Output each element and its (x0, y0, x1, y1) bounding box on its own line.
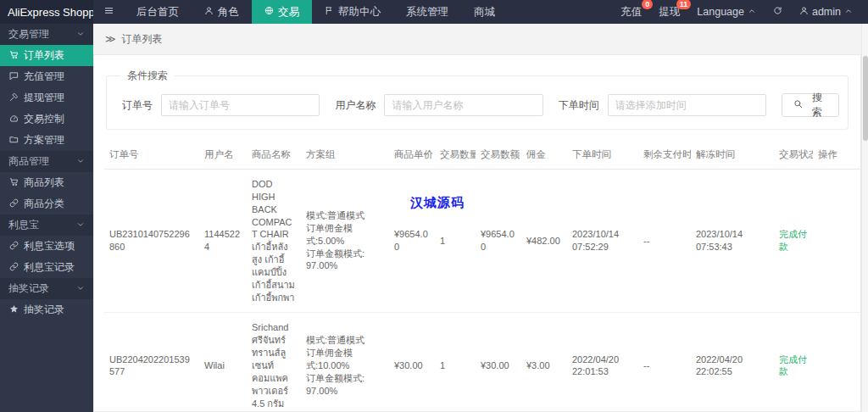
breadcrumb-label: 订单列表 (122, 32, 163, 47)
sidebar-item-label: 利息宝记录 (24, 260, 75, 275)
nav-item-5[interactable]: 商城 (461, 0, 508, 24)
app-logo[interactable]: AliExpress Shopping... (0, 0, 93, 24)
link-icon (9, 262, 19, 274)
refresh-icon (773, 6, 782, 18)
scheme-line: 订单佣金模式:10.00% (306, 347, 384, 372)
sidebar-item-1-1[interactable]: 商品分类 (0, 193, 93, 214)
main-content: ≫ 订单列表 条件搜索 订单号 用户名称 下单时间 搜索 订单号用户名商品名称方… (93, 24, 861, 412)
chevron-up-icon (748, 6, 756, 18)
sidebar-item-3-0[interactable]: 抽奖记录 (0, 299, 93, 320)
nav-item-label: 角色 (218, 5, 239, 19)
nav-item-label: 商城 (474, 5, 495, 19)
sidebar: 交易管理订单列表充值管理提现管理交易控制方案管理商品管理商品列表商品分类利息宝利… (0, 24, 93, 412)
sidebar-item-2-1[interactable]: 利息宝记录 (0, 257, 93, 278)
col-username: 用户名 (199, 142, 247, 170)
cell-order-no: UB2310140752296860 (104, 170, 199, 313)
nav-item-2[interactable]: 交易 (252, 0, 312, 24)
cell-order-time: 2023/10/14 07:52:29 (567, 170, 638, 313)
cell-commission: ¥482.00 (521, 170, 567, 313)
scheme-line: 订单金额模式: 97.00% (306, 248, 384, 273)
sidebar-item-label: 抽奖记录 (24, 303, 64, 317)
cell-unit-price: ¥9654.00 (389, 170, 435, 313)
admin-dropdown[interactable]: admin (799, 6, 853, 18)
cell-order-time: 2022/04/20 22:01:53 (567, 313, 638, 412)
sidebar-item-label: 充值管理 (24, 70, 64, 84)
link-icon (9, 241, 19, 253)
order-no-input[interactable] (161, 94, 320, 116)
orders-table: 订单号用户名商品名称方案组商品单价交易数量交易数额佣金下单时间剩余支付时间解冻时… (104, 142, 860, 412)
col-commission: 佣金 (521, 142, 567, 170)
sidebar-toggle-button[interactable] (93, 0, 124, 24)
username-label: 用户名称 (335, 98, 376, 113)
cell-action (813, 313, 860, 412)
breadcrumb: ≫ 订单列表 (93, 24, 861, 54)
search-button-label: 搜索 (807, 91, 827, 120)
sidebar-item-1-0[interactable]: 商品列表 (0, 172, 93, 193)
comment-icon (9, 71, 19, 83)
sidebar-item-label: 商品分类 (24, 197, 64, 211)
cell-product: Srichand ศรีจันทร์ ทรานส์ลูเซนท์ คอมแพค … (247, 313, 301, 412)
globe-icon (264, 6, 274, 18)
folder-icon (9, 135, 19, 147)
cell-status: 完成付款 (774, 313, 813, 412)
scrollbar-thumb[interactable] (863, 56, 868, 141)
username-input[interactable] (384, 94, 542, 116)
vertical-scrollbar (861, 24, 868, 412)
topbar: AliExpress Shopping... 后台首页角色交易帮助中心系统管理商… (0, 0, 868, 24)
language-dropdown[interactable]: Language (697, 6, 756, 18)
order-time-input[interactable] (608, 94, 766, 116)
sidebar-item-0-1[interactable]: 充值管理 (0, 66, 93, 87)
chevron-up-icon (844, 6, 853, 18)
chevron-down-icon (76, 283, 85, 295)
cell-unit-price: ¥30.00 (389, 313, 435, 412)
sidebar-item-label: 商品列表 (24, 175, 64, 190)
search-row: 订单号 用户名称 下单时间 搜索 (115, 93, 839, 117)
sidebar-item-0-0[interactable]: 订单列表 (0, 45, 93, 66)
search-button[interactable]: 搜索 (782, 93, 839, 117)
search-icon (793, 99, 803, 111)
nav-item-3[interactable]: 帮助中心 (312, 0, 393, 24)
nav-item-0[interactable]: 后台首页 (124, 0, 192, 24)
cell-unfreeze: 2023/10/14 07:53:43 (691, 170, 774, 313)
cell-status: 完成付款 (774, 170, 813, 313)
watermark-text: 汉城源码 (410, 195, 465, 211)
chevron-down-icon (76, 156, 85, 168)
sidebar-group-1[interactable]: 商品管理 (0, 151, 93, 172)
cell-scheme: 模式:普通模式订单佣金模式:10.00%订单金额模式: 97.00% (301, 313, 389, 412)
orders-panel: 条件搜索 订单号 用户名称 下单时间 搜索 订单号用户名商品名称方案组商品单价交… (93, 54, 861, 412)
cart-icon (9, 177, 19, 189)
cell-product: DOD HIGH BACK COMPACT CHAIR เก้าอี้หลังส… (247, 170, 301, 313)
sidebar-item-2-0[interactable]: 利息宝选项 (0, 236, 93, 257)
cell-qty: 1 (435, 170, 476, 313)
nav-item-4[interactable]: 系统管理 (393, 0, 461, 24)
col-remaining: 剩余支付时间 (638, 142, 691, 170)
table-row: UB231014075229686011445224DOD HIGH BACK … (104, 170, 860, 313)
chevron-down-icon (76, 220, 85, 231)
nav-item-label: 系统管理 (406, 5, 448, 19)
sidebar-group-3[interactable]: 抽奖记录 (0, 278, 93, 299)
nav-item-1[interactable]: 角色 (192, 0, 252, 24)
sidebar-group-0[interactable]: 交易管理 (0, 24, 93, 45)
nav-item-label: 后台首页 (136, 5, 179, 19)
sidebar-item-label: 利息宝选项 (24, 239, 75, 253)
order-time-label: 下单时间 (559, 98, 599, 113)
scheme-line: 模式:普通模式 (306, 334, 384, 347)
scheme-line: 订单佣金模式:5.00% (306, 222, 384, 248)
sidebar-item-label: 方案管理 (24, 133, 64, 148)
flag-icon (325, 6, 334, 18)
search-fieldset: 条件搜索 订单号 用户名称 下单时间 搜索 (106, 69, 849, 130)
hammer-icon (9, 92, 19, 104)
col-product: 商品名称 (247, 142, 301, 170)
cell-unfreeze: 2022/04/20 22:02:55 (691, 313, 774, 412)
cell-action (813, 170, 860, 313)
nav-item-label: 帮助中心 (338, 5, 381, 19)
refresh-button[interactable] (773, 6, 782, 18)
recharge-link[interactable]: 充值 0 (620, 5, 642, 19)
sidebar-item-0-4[interactable]: 方案管理 (0, 130, 93, 151)
topbar-right: 充值 0 提现 11 Language admin (620, 0, 868, 24)
col-order_time: 下单时间 (567, 142, 638, 170)
withdraw-link[interactable]: 提现 11 (659, 5, 680, 19)
sidebar-item-0-2[interactable]: 提现管理 (0, 87, 93, 109)
sidebar-item-0-3[interactable]: 交易控制 (0, 109, 93, 130)
sidebar-group-2[interactable]: 利息宝 (0, 214, 93, 236)
